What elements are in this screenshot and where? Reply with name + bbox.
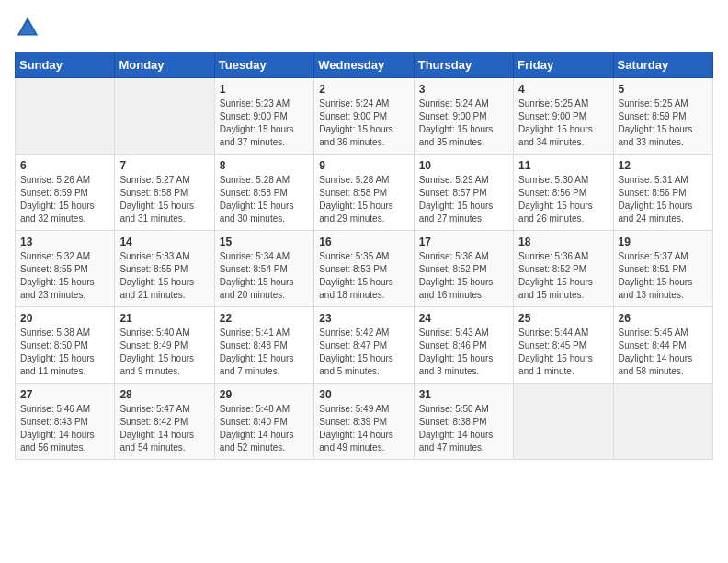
- day-info: Sunrise: 5:49 AM Sunset: 8:39 PM Dayligh…: [319, 403, 408, 454]
- day-info: Sunrise: 5:42 AM Sunset: 8:47 PM Dayligh…: [319, 327, 408, 378]
- calendar-cell: 23Sunrise: 5:42 AM Sunset: 8:47 PM Dayli…: [314, 307, 414, 384]
- calendar-cell: 20Sunrise: 5:38 AM Sunset: 8:50 PM Dayli…: [16, 307, 115, 384]
- calendar-cell: 13Sunrise: 5:32 AM Sunset: 8:55 PM Dayli…: [16, 231, 115, 307]
- calendar-cell: 24Sunrise: 5:43 AM Sunset: 8:46 PM Dayli…: [414, 307, 513, 384]
- calendar-week-5: 27Sunrise: 5:46 AM Sunset: 8:43 PM Dayli…: [16, 384, 713, 460]
- calendar-cell: 2Sunrise: 5:24 AM Sunset: 9:00 PM Daylig…: [314, 78, 414, 155]
- day-info: Sunrise: 5:34 AM Sunset: 8:54 PM Dayligh…: [220, 250, 309, 302]
- day-number: 8: [220, 159, 309, 172]
- calendar-cell: 1Sunrise: 5:23 AM Sunset: 9:00 PM Daylig…: [214, 78, 313, 155]
- calendar-cell: 31Sunrise: 5:50 AM Sunset: 8:38 PM Dayli…: [414, 384, 513, 460]
- calendar-cell: 6Sunrise: 5:26 AM Sunset: 8:59 PM Daylig…: [16, 155, 115, 231]
- day-info: Sunrise: 5:38 AM Sunset: 8:50 PM Dayligh…: [20, 327, 109, 378]
- weekday-header-wednesday: Wednesday: [314, 52, 414, 78]
- day-number: 31: [419, 388, 508, 401]
- calendar-cell: 12Sunrise: 5:31 AM Sunset: 8:56 PM Dayli…: [613, 155, 712, 231]
- day-number: 24: [419, 312, 508, 325]
- calendar-cell: 21Sunrise: 5:40 AM Sunset: 8:49 PM Dayli…: [115, 307, 214, 384]
- calendar-cell: 29Sunrise: 5:48 AM Sunset: 8:40 PM Dayli…: [214, 384, 313, 460]
- calendar-week-3: 13Sunrise: 5:32 AM Sunset: 8:55 PM Dayli…: [16, 231, 713, 307]
- calendar-cell: 25Sunrise: 5:44 AM Sunset: 8:45 PM Dayli…: [514, 307, 613, 384]
- day-number: 11: [518, 159, 608, 172]
- calendar-cell: 3Sunrise: 5:24 AM Sunset: 9:00 PM Daylig…: [414, 78, 513, 155]
- day-number: 17: [419, 236, 508, 248]
- calendar-week-1: 1Sunrise: 5:23 AM Sunset: 9:00 PM Daylig…: [16, 78, 713, 155]
- calendar-table: SundayMondayTuesdayWednesdayThursdayFrid…: [15, 52, 713, 460]
- calendar-cell: [613, 384, 712, 460]
- day-number: 29: [220, 388, 309, 401]
- day-number: 1: [220, 83, 309, 96]
- calendar-cell: 19Sunrise: 5:37 AM Sunset: 8:51 PM Dayli…: [613, 231, 712, 307]
- day-number: 2: [319, 83, 408, 96]
- day-number: 14: [119, 236, 209, 248]
- calendar-cell: 26Sunrise: 5:45 AM Sunset: 8:44 PM Dayli…: [613, 307, 712, 384]
- day-number: 12: [619, 159, 708, 172]
- day-number: 19: [619, 236, 708, 248]
- calendar-cell: 7Sunrise: 5:27 AM Sunset: 8:58 PM Daylig…: [115, 155, 214, 231]
- day-number: 5: [619, 83, 708, 96]
- day-info: Sunrise: 5:43 AM Sunset: 8:46 PM Dayligh…: [419, 327, 508, 378]
- day-info: Sunrise: 5:27 AM Sunset: 8:58 PM Dayligh…: [119, 174, 209, 225]
- day-info: Sunrise: 5:40 AM Sunset: 8:49 PM Dayligh…: [119, 327, 209, 378]
- day-number: 18: [518, 236, 608, 248]
- calendar-cell: 17Sunrise: 5:36 AM Sunset: 8:52 PM Dayli…: [414, 231, 513, 307]
- day-number: 9: [319, 159, 408, 172]
- day-number: 27: [20, 388, 109, 401]
- day-number: 28: [119, 388, 209, 401]
- day-number: 16: [319, 236, 408, 248]
- day-info: Sunrise: 5:35 AM Sunset: 8:53 PM Dayligh…: [319, 250, 408, 302]
- day-number: 10: [419, 159, 508, 172]
- calendar-week-4: 20Sunrise: 5:38 AM Sunset: 8:50 PM Dayli…: [16, 307, 713, 384]
- weekday-header-row: SundayMondayTuesdayWednesdayThursdayFrid…: [16, 52, 713, 78]
- day-info: Sunrise: 5:36 AM Sunset: 8:52 PM Dayligh…: [419, 250, 508, 302]
- day-info: Sunrise: 5:44 AM Sunset: 8:45 PM Dayligh…: [518, 327, 608, 378]
- calendar-cell: 18Sunrise: 5:36 AM Sunset: 8:52 PM Dayli…: [514, 231, 613, 307]
- calendar-cell: 8Sunrise: 5:28 AM Sunset: 8:58 PM Daylig…: [214, 155, 313, 231]
- weekday-header-monday: Monday: [115, 52, 214, 78]
- weekday-header-saturday: Saturday: [613, 52, 712, 78]
- day-number: 15: [220, 236, 309, 248]
- day-info: Sunrise: 5:45 AM Sunset: 8:44 PM Dayligh…: [619, 327, 708, 378]
- day-number: 20: [20, 312, 109, 325]
- day-info: Sunrise: 5:29 AM Sunset: 8:57 PM Dayligh…: [419, 174, 508, 225]
- calendar-cell: 30Sunrise: 5:49 AM Sunset: 8:39 PM Dayli…: [314, 384, 414, 460]
- weekday-header-thursday: Thursday: [414, 52, 513, 78]
- calendar-cell: 5Sunrise: 5:25 AM Sunset: 8:59 PM Daylig…: [613, 78, 712, 155]
- day-info: Sunrise: 5:30 AM Sunset: 8:56 PM Dayligh…: [518, 174, 608, 225]
- day-info: Sunrise: 5:23 AM Sunset: 9:00 PM Dayligh…: [220, 98, 309, 149]
- day-info: Sunrise: 5:50 AM Sunset: 8:38 PM Dayligh…: [419, 403, 508, 454]
- day-number: 7: [119, 159, 209, 172]
- logo-icon: [15, 15, 40, 40]
- calendar-cell: 15Sunrise: 5:34 AM Sunset: 8:54 PM Dayli…: [214, 231, 313, 307]
- day-number: 6: [20, 159, 109, 172]
- day-number: 30: [319, 388, 408, 401]
- weekday-header-sunday: Sunday: [16, 52, 115, 78]
- calendar-cell: 10Sunrise: 5:29 AM Sunset: 8:57 PM Dayli…: [414, 155, 513, 231]
- calendar-cell: 9Sunrise: 5:28 AM Sunset: 8:58 PM Daylig…: [314, 155, 414, 231]
- day-info: Sunrise: 5:26 AM Sunset: 8:59 PM Dayligh…: [20, 174, 109, 225]
- calendar-week-2: 6Sunrise: 5:26 AM Sunset: 8:59 PM Daylig…: [16, 155, 713, 231]
- day-info: Sunrise: 5:32 AM Sunset: 8:55 PM Dayligh…: [20, 250, 109, 302]
- day-number: 23: [319, 312, 408, 325]
- day-info: Sunrise: 5:41 AM Sunset: 8:48 PM Dayligh…: [220, 327, 309, 378]
- day-info: Sunrise: 5:31 AM Sunset: 8:56 PM Dayligh…: [619, 174, 708, 225]
- day-info: Sunrise: 5:37 AM Sunset: 8:51 PM Dayligh…: [619, 250, 708, 302]
- day-info: Sunrise: 5:28 AM Sunset: 8:58 PM Dayligh…: [220, 174, 309, 225]
- weekday-header-tuesday: Tuesday: [214, 52, 313, 78]
- day-info: Sunrise: 5:24 AM Sunset: 9:00 PM Dayligh…: [319, 98, 408, 149]
- day-info: Sunrise: 5:24 AM Sunset: 9:00 PM Dayligh…: [419, 98, 508, 149]
- day-info: Sunrise: 5:47 AM Sunset: 8:42 PM Dayligh…: [119, 403, 209, 454]
- day-number: 22: [220, 312, 309, 325]
- day-number: 25: [518, 312, 608, 325]
- logo: [15, 15, 44, 40]
- day-number: 13: [20, 236, 109, 248]
- calendar-cell: 22Sunrise: 5:41 AM Sunset: 8:48 PM Dayli…: [214, 307, 313, 384]
- day-info: Sunrise: 5:46 AM Sunset: 8:43 PM Dayligh…: [20, 403, 109, 454]
- day-info: Sunrise: 5:25 AM Sunset: 9:00 PM Dayligh…: [518, 98, 608, 149]
- calendar-cell: 4Sunrise: 5:25 AM Sunset: 9:00 PM Daylig…: [514, 78, 613, 155]
- calendar-cell: 28Sunrise: 5:47 AM Sunset: 8:42 PM Dayli…: [115, 384, 214, 460]
- day-info: Sunrise: 5:28 AM Sunset: 8:58 PM Dayligh…: [319, 174, 408, 225]
- day-number: 4: [518, 83, 608, 96]
- day-info: Sunrise: 5:25 AM Sunset: 8:59 PM Dayligh…: [619, 98, 708, 149]
- day-number: 3: [419, 83, 508, 96]
